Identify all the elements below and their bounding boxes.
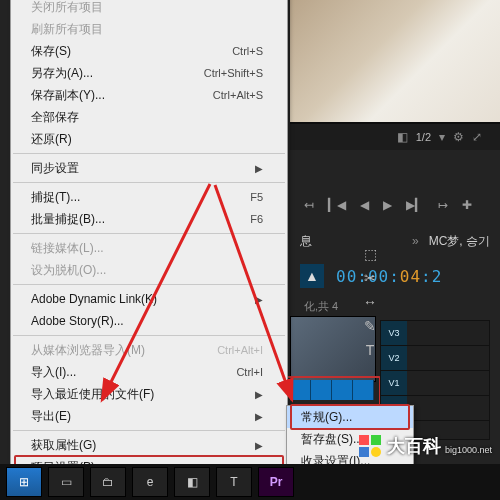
menu-item-8[interactable]: 同步设置▶ (11, 157, 287, 179)
menu-item-19: 从媒体浏览器导入(M)Ctrl+Alt+I (11, 339, 287, 361)
tool-slip-icon[interactable]: ↔ (363, 294, 377, 310)
menu-item-label: 导入最近使用的文件(F) (31, 386, 154, 403)
tool-type-icon[interactable]: T (366, 342, 375, 358)
tool-column: ⬚ ✂ ↔ ✎ T (360, 246, 380, 358)
menu-item-16[interactable]: Adobe Dynamic Link(K)▶ (11, 288, 287, 310)
submenu-arrow-icon: ▶ (255, 440, 263, 451)
settings-icon[interactable]: ⚙ (453, 130, 464, 144)
start-button[interactable]: ⊞ (6, 467, 42, 497)
menu-item-label: Adobe Dynamic Link(K) (31, 292, 157, 306)
menu-item-label: 关闭所有项目 (31, 0, 103, 16)
menu-item-24[interactable]: 获取属性(G)▶ (11, 434, 287, 456)
menu-item-11[interactable]: 批量捕捉(B)...F6 (11, 208, 287, 230)
menu-item-label: 获取属性(G) (31, 437, 96, 454)
play-icon[interactable]: ▶ (383, 198, 392, 212)
menu-item-label: 捕捉(T)... (31, 189, 80, 206)
menu-item-17[interactable]: Adobe Story(R)... (11, 310, 287, 332)
add-marker-icon[interactable]: ✚ (462, 198, 472, 212)
expand-icon[interactable]: ⤢ (472, 130, 482, 144)
submenu-arrow-icon: ▶ (255, 163, 263, 174)
menu-item-label: 链接媒体(L)... (31, 240, 104, 257)
menu-item-label: 导出(E) (31, 408, 71, 425)
mark-in-icon[interactable]: ↤ (304, 198, 314, 212)
step-forward-icon[interactable]: ▶▎ (406, 198, 424, 212)
zoom-fraction[interactable]: 1/2 (416, 131, 431, 143)
menu-item-5[interactable]: 全部保存 (11, 106, 287, 128)
menu-item-20[interactable]: 导入(I)...Ctrl+I (11, 361, 287, 383)
menu-item-label: 还原(R) (31, 131, 72, 148)
menu-item-1: 刷新所有项目 (11, 18, 287, 40)
clip-strip[interactable] (290, 380, 374, 400)
timeline-info: 化,共 4 (290, 294, 500, 318)
browser-button[interactable]: e (132, 467, 168, 497)
preview-viewport (290, 0, 500, 124)
submenu-arrow-icon: ▶ (255, 389, 263, 400)
app-button[interactable]: ◧ (174, 467, 210, 497)
menu-item-4[interactable]: 保存副本(Y)...Ctrl+Alt+S (11, 84, 287, 106)
chevron-down-icon[interactable]: ▾ (439, 130, 445, 144)
file-context-menu: 关闭所有项目刷新所有项目保存(S)Ctrl+S另存为(A)...Ctrl+Shi… (10, 0, 288, 500)
taskview-button[interactable]: ▭ (48, 467, 84, 497)
menu-item-label: 另存为(A)... (31, 65, 93, 82)
submenu-arrow-icon: ▶ (255, 411, 263, 422)
menu-item-13: 链接媒体(L)... (11, 237, 287, 259)
menu-item-14: 设为脱机(O)... (11, 259, 287, 281)
timecode-display[interactable]: 00:00:04:2 (336, 267, 442, 286)
text-app-button[interactable]: T (216, 467, 252, 497)
watermark-text: 大百科 (387, 434, 441, 458)
menu-item-3[interactable]: 另存为(A)...Ctrl+Shift+S (11, 62, 287, 84)
menu-item-22[interactable]: 导出(E)▶ (11, 405, 287, 427)
play-back-icon[interactable]: ◀ (360, 198, 369, 212)
selection-tool-icon[interactable]: ▲ (300, 264, 324, 288)
menu-item-label: 保存(S) (31, 43, 71, 60)
preview-controls: ◧ 1/2 ▾ ⚙ ⤢ (290, 124, 500, 150)
submenu-arrow-icon: ▶ (255, 294, 263, 305)
tab-sequence[interactable]: MC梦, 승기 (429, 233, 490, 250)
menu-item-label: 设为脱机(O)... (31, 262, 106, 279)
explorer-button[interactable]: 🗀 (90, 467, 126, 497)
tool-rect-icon[interactable]: ⬚ (364, 246, 377, 262)
tool-razor-icon[interactable]: ✂ (364, 270, 376, 286)
watermark-subtext: big1000.net (445, 445, 492, 455)
menu-item-2[interactable]: 保存(S)Ctrl+S (11, 40, 287, 62)
sequence-tabs: 息 » MC梦, 승기 (290, 225, 500, 257)
menu-item-label: 批量捕捉(B)... (31, 211, 105, 228)
menu-item-10[interactable]: 捕捉(T)...F5 (11, 186, 287, 208)
menu-item-label: Adobe Story(R)... (31, 314, 124, 328)
timeline-header: ▲ 00:00:04:2 (290, 258, 500, 294)
transport-bar: ↤ ▎◀ ◀ ▶ ▶▎ ↦ ✚ (290, 190, 500, 220)
menu-item-21[interactable]: 导入最近使用的文件(F)▶ (11, 383, 287, 405)
taskbar[interactable]: ⊞ ▭ 🗀 e ◧ T Pr (0, 464, 500, 500)
menu-item-label: 同步设置 (31, 160, 79, 177)
premiere-button[interactable]: Pr (258, 467, 294, 497)
tab-info[interactable]: 息 (300, 233, 312, 250)
watermark-logo-icon (359, 435, 381, 457)
menu-item-label: 从媒体浏览器导入(M) (31, 342, 145, 359)
track-v3[interactable]: V3 (381, 321, 489, 346)
menu-item-label: 导入(I)... (31, 364, 76, 381)
track-v1[interactable]: V1 (381, 371, 489, 396)
step-back-icon[interactable]: ▎◀ (328, 198, 346, 212)
menu-item-label: 保存副本(Y)... (31, 87, 105, 104)
menu-item-0: 关闭所有项目 (11, 0, 287, 18)
submenu-item-0[interactable]: 常规(G)... (287, 406, 413, 428)
track-v2[interactable]: V2 (381, 346, 489, 371)
menu-item-label: 全部保存 (31, 109, 79, 126)
tool-pen-icon[interactable]: ✎ (364, 318, 376, 334)
menu-item-label: 刷新所有项目 (31, 21, 103, 38)
menu-item-6[interactable]: 还原(R) (11, 128, 287, 150)
fit-icon[interactable]: ◧ (397, 130, 408, 144)
mark-out-icon[interactable]: ↦ (438, 198, 448, 212)
watermark: 大百科 big1000.net (359, 434, 492, 458)
